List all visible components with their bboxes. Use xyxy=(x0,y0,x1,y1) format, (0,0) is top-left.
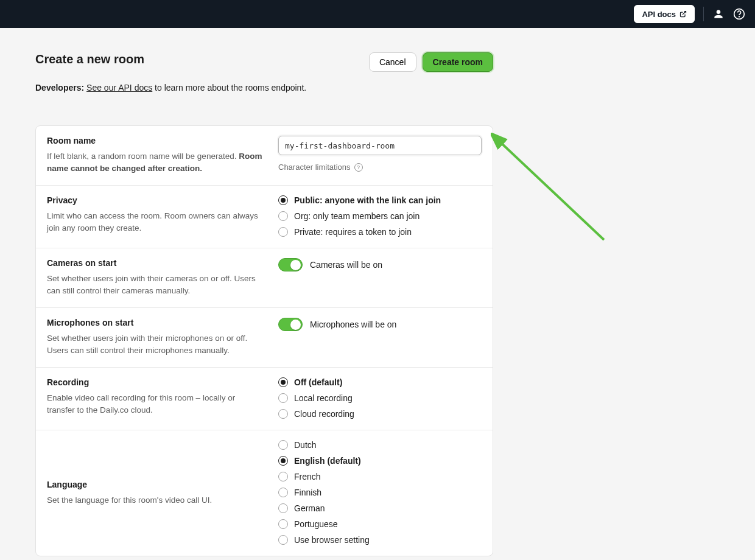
char-limitations[interactable]: Character limitations? xyxy=(278,163,482,172)
cameras-state-label: Cameras will be on xyxy=(310,260,382,270)
radio-option[interactable]: Off (default) xyxy=(278,377,482,387)
radio-icon xyxy=(278,456,288,466)
radio-option[interactable]: Local recording xyxy=(278,393,482,403)
radio-label: Finnish xyxy=(294,488,321,497)
row-microphones: Microphones on start Set whether users j… xyxy=(36,308,493,368)
radio-option[interactable]: English (default) xyxy=(278,456,482,466)
radio-label: Public: anyone with the link can join xyxy=(294,195,441,205)
topbar: API docs xyxy=(0,0,755,28)
api-docs-link[interactable]: See our API docs xyxy=(86,83,152,93)
microphones-toggle[interactable] xyxy=(278,318,303,331)
mics-state-label: Microphones will be on xyxy=(310,320,396,329)
row-privacy: Privacy Limit who can access the room. R… xyxy=(36,186,493,248)
radio-icon xyxy=(278,211,288,221)
api-docs-label: API docs xyxy=(642,10,676,19)
mics-desc: Set whether users join with their microp… xyxy=(47,332,264,356)
row-language: Language Set the language for this room'… xyxy=(36,430,493,556)
radio-label: English (default) xyxy=(294,456,361,466)
developer-note: Developers: See our API docs to learn mo… xyxy=(35,83,720,93)
radio-label: Private: requires a token to join xyxy=(294,227,412,237)
radio-icon xyxy=(278,409,288,419)
language-desc: Set the language for this room's video c… xyxy=(47,494,264,506)
user-icon[interactable] xyxy=(712,8,725,20)
room-name-input[interactable] xyxy=(278,136,482,155)
room-name-label: Room name xyxy=(47,136,264,145)
radio-option[interactable]: Public: anyone with the link can join xyxy=(278,195,482,205)
row-recording: Recording Enable video call recording fo… xyxy=(36,368,493,430)
privacy-desc: Limit who can access the room. Room owne… xyxy=(47,210,264,234)
radio-option[interactable]: Finnish xyxy=(278,488,482,497)
radio-icon xyxy=(278,519,288,529)
recording-label: Recording xyxy=(47,377,264,387)
radio-label: German xyxy=(294,503,325,513)
radio-icon xyxy=(278,227,288,237)
page: Create a new room Cancel Create room Dev… xyxy=(0,28,755,560)
privacy-label: Privacy xyxy=(47,195,264,205)
page-header: Create a new room Cancel Create room xyxy=(35,52,493,72)
radio-icon xyxy=(278,488,288,497)
radio-option[interactable]: Use browser setting xyxy=(278,535,482,545)
radio-icon xyxy=(278,393,288,403)
cancel-button[interactable]: Cancel xyxy=(369,52,416,72)
radio-label: Portuguese xyxy=(294,519,338,529)
cameras-label: Cameras on start xyxy=(47,258,264,268)
developer-note-prefix: Developers: xyxy=(35,83,84,93)
svg-point-2 xyxy=(739,16,740,17)
radio-option[interactable]: Portuguese xyxy=(278,519,482,529)
question-icon: ? xyxy=(354,163,363,172)
radio-label: Dutch xyxy=(294,440,317,450)
topbar-divider xyxy=(703,7,704,21)
privacy-options: Public: anyone with the link can joinOrg… xyxy=(278,195,482,237)
form-card: Room name If left blank, a random room n… xyxy=(35,125,493,556)
radio-option[interactable]: Private: requires a token to join xyxy=(278,227,482,237)
radio-icon xyxy=(278,472,288,481)
radio-icon xyxy=(278,195,288,205)
row-room-name: Room name If left blank, a random room n… xyxy=(36,126,493,186)
page-title: Create a new room xyxy=(35,52,144,66)
row-cameras: Cameras on start Set whether users join … xyxy=(36,248,493,308)
radio-label: Use browser setting xyxy=(294,535,370,545)
language-label: Language xyxy=(47,480,264,489)
radio-icon xyxy=(278,377,288,387)
radio-icon xyxy=(278,440,288,450)
action-buttons: Cancel Create room xyxy=(369,52,493,72)
radio-label: Off (default) xyxy=(294,377,342,387)
radio-option[interactable]: Cloud recording xyxy=(278,409,482,419)
mics-label: Microphones on start xyxy=(47,318,264,327)
cameras-toggle[interactable] xyxy=(278,258,303,271)
radio-option[interactable]: Dutch xyxy=(278,440,482,450)
radio-icon xyxy=(278,535,288,545)
help-icon[interactable] xyxy=(733,8,745,20)
language-options: DutchEnglish (default)FrenchFinnishGerma… xyxy=(278,440,482,545)
developer-note-suffix: to learn more about the rooms endpoint. xyxy=(152,83,306,93)
create-room-button[interactable]: Create room xyxy=(423,52,493,72)
recording-options: Off (default)Local recordingCloud record… xyxy=(278,377,482,419)
radio-label: French xyxy=(294,472,321,481)
radio-option[interactable]: Org: only team members can join xyxy=(278,211,482,221)
external-link-icon xyxy=(680,10,687,18)
svg-line-0 xyxy=(683,12,686,15)
api-docs-button[interactable]: API docs xyxy=(634,5,695,23)
radio-option[interactable]: French xyxy=(278,472,482,481)
room-name-desc: If left blank, a random room name will b… xyxy=(47,150,264,174)
radio-option[interactable]: German xyxy=(278,503,482,513)
radio-icon xyxy=(278,503,288,513)
recording-desc: Enable video call recording for this roo… xyxy=(47,392,264,416)
radio-label: Local recording xyxy=(294,393,353,403)
radio-label: Org: only team members can join xyxy=(294,211,420,221)
radio-label: Cloud recording xyxy=(294,409,354,419)
cameras-desc: Set whether users join with their camera… xyxy=(47,273,264,296)
